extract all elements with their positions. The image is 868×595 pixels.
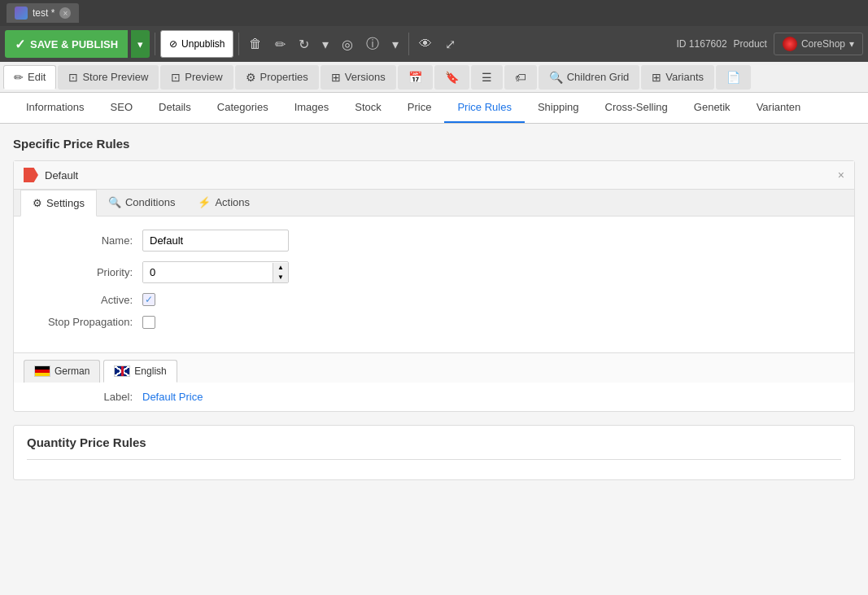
edit-toolbar: ✏ Edit ⊡ Store Preview ⊡ Preview ⚙ Prope…	[0, 62, 868, 93]
tab-shipping[interactable]: Shipping	[525, 93, 592, 123]
locate-button[interactable]: ◎	[337, 33, 358, 55]
priority-down-button[interactable]: ▼	[273, 273, 288, 282]
tab-children-grid[interactable]: 🔍 Children Grid	[539, 65, 640, 90]
active-checkbox[interactable]: ✓	[142, 293, 155, 306]
more-dropdown-button[interactable]: ▾	[387, 33, 403, 55]
label-value: Default Price	[142, 391, 203, 403]
check-icon: ✓	[15, 37, 25, 52]
name-row: Name:	[27, 230, 841, 252]
lang-tab-de[interactable]: German	[24, 360, 100, 383]
section-divider	[27, 459, 841, 460]
coreshop-button[interactable]: CoreShop ▾	[774, 33, 863, 55]
separator-2	[238, 33, 239, 55]
active-label: Active:	[27, 294, 133, 306]
specific-price-rules-title: Specific Price Rules	[13, 137, 855, 151]
active-row: Active: ✓	[27, 293, 841, 306]
separator-3	[408, 33, 409, 55]
tag-icon: 🏷	[515, 71, 526, 84]
tab-doc[interactable]: 📄	[716, 65, 751, 90]
list-icon: ☰	[482, 71, 492, 84]
priority-input[interactable]	[143, 262, 273, 282]
tab-informations[interactable]: Informations	[13, 93, 98, 123]
inner-tab-actions[interactable]: ⚡ Actions	[186, 190, 261, 217]
eye-button[interactable]: 👁	[414, 33, 437, 55]
tab-edit[interactable]: ✏ Edit	[3, 65, 56, 90]
preview-icon: ⊡	[171, 71, 181, 84]
main-toolbar: ✓ SAVE & PUBLISH ▾ ⊘ Unpublish 🗑 ✏ ↻ ▾ ◎…	[0, 26, 868, 62]
tag-icon	[24, 168, 38, 182]
tab-images[interactable]: Images	[281, 93, 342, 123]
share-button[interactable]: ⤢	[440, 33, 460, 55]
coreshop-dropdown-icon: ▾	[849, 38, 854, 50]
form-body: Name: Priority: ▲ ▼ Active: ✓	[14, 217, 854, 352]
doc-icon: 📄	[726, 71, 740, 84]
browser-tab[interactable]: test * ×	[7, 3, 79, 23]
save-publish-button[interactable]: ✓ SAVE & PUBLISH	[5, 30, 128, 58]
tab-store-preview[interactable]: ⊡ Store Preview	[58, 65, 159, 90]
inner-tab-conditions[interactable]: 🔍 Conditions	[97, 190, 186, 217]
tab-categories[interactable]: Categories	[204, 93, 281, 123]
tab-cross-selling[interactable]: Cross-Selling	[592, 93, 681, 123]
tab-seo[interactable]: SEO	[98, 93, 146, 123]
name-input[interactable]	[142, 230, 289, 252]
priority-up-button[interactable]: ▲	[273, 263, 288, 273]
versions-icon: ⊞	[331, 71, 341, 84]
properties-icon: ⚙	[246, 71, 256, 84]
schedule-icon: 📅	[408, 71, 422, 84]
tab-variants[interactable]: ⊞ Variants	[641, 65, 714, 90]
store-preview-icon: ⊡	[68, 71, 78, 84]
tab-tag[interactable]: 🏷	[504, 65, 537, 90]
tab-versions[interactable]: ⊞ Versions	[321, 65, 396, 90]
stop-propagation-label: Stop Propagation:	[27, 316, 133, 330]
unpublish-button[interactable]: ⊘ Unpublish	[160, 30, 233, 58]
variants-icon: ⊞	[652, 71, 661, 84]
inner-tabs: ⚙ Settings 🔍 Conditions ⚡ Actions	[14, 190, 854, 217]
tab-price[interactable]: Price	[395, 93, 445, 123]
id-label: ID 1167602	[677, 38, 727, 50]
tab-list[interactable]: ☰	[471, 65, 503, 90]
tab-details[interactable]: Details	[146, 93, 204, 123]
delete-button[interactable]: 🗑	[244, 33, 267, 55]
actions-icon: ⚡	[198, 196, 211, 208]
children-grid-icon: 🔍	[549, 71, 563, 84]
label-row: Label: Default Price	[14, 383, 854, 411]
tab-price-rules[interactable]: Price Rules	[444, 93, 524, 123]
close-tag-button[interactable]: ×	[838, 168, 844, 182]
refresh-button[interactable]: ↻	[294, 33, 314, 55]
conditions-icon: 🔍	[108, 196, 121, 208]
tab-title: test *	[33, 7, 55, 19]
no-circle-icon: ⊘	[169, 38, 177, 50]
tab-stock[interactable]: Stock	[342, 93, 395, 123]
spinner-buttons: ▲ ▼	[273, 263, 288, 282]
toolbar-meta: ID 1167602 Product CoreShop ▾	[677, 33, 863, 55]
tab-close[interactable]: ×	[59, 7, 71, 19]
price-rule-header: Default ×	[14, 161, 854, 190]
product-label: Product	[734, 38, 767, 50]
tab-bookmark[interactable]: 🔖	[434, 65, 469, 90]
settings-icon: ⚙	[33, 197, 42, 209]
edit-icon: ✏	[14, 71, 24, 84]
tab-properties[interactable]: ⚙ Properties	[235, 65, 319, 90]
coreshop-icon	[783, 37, 797, 51]
save-dropdown-button[interactable]: ▾	[131, 30, 150, 58]
default-tag-label: Default	[45, 169, 78, 182]
info-button[interactable]: ⓘ	[361, 33, 384, 56]
separator-1	[155, 33, 155, 55]
content-tabs: Informations SEO Details Categories Imag…	[0, 93, 868, 124]
bookmark-icon: 🔖	[445, 71, 459, 84]
main-content: Specific Price Rules Default × ⚙ Setting…	[0, 124, 868, 595]
stop-propagation-checkbox[interactable]	[142, 316, 155, 329]
price-rule-panel: Default × ⚙ Settings 🔍 Conditions ⚡ Acti…	[13, 160, 855, 412]
label-field-label: Label:	[27, 391, 133, 403]
tab-varianten[interactable]: Varianten	[744, 93, 814, 123]
quantity-price-rules-title: Quantity Price Rules	[27, 435, 841, 449]
quantity-price-rules-section: Quantity Price Rules	[13, 425, 855, 480]
lang-tab-en[interactable]: English	[103, 360, 177, 383]
tab-preview[interactable]: ⊡ Preview	[160, 65, 233, 90]
dropdown-button[interactable]: ▾	[317, 33, 334, 55]
tab-genetik[interactable]: Genetik	[681, 93, 744, 123]
flag-de-icon	[34, 365, 50, 377]
tab-schedule[interactable]: 📅	[398, 65, 433, 90]
edit-icon-button[interactable]: ✏	[270, 33, 290, 55]
inner-tab-settings[interactable]: ⚙ Settings	[20, 190, 97, 217]
